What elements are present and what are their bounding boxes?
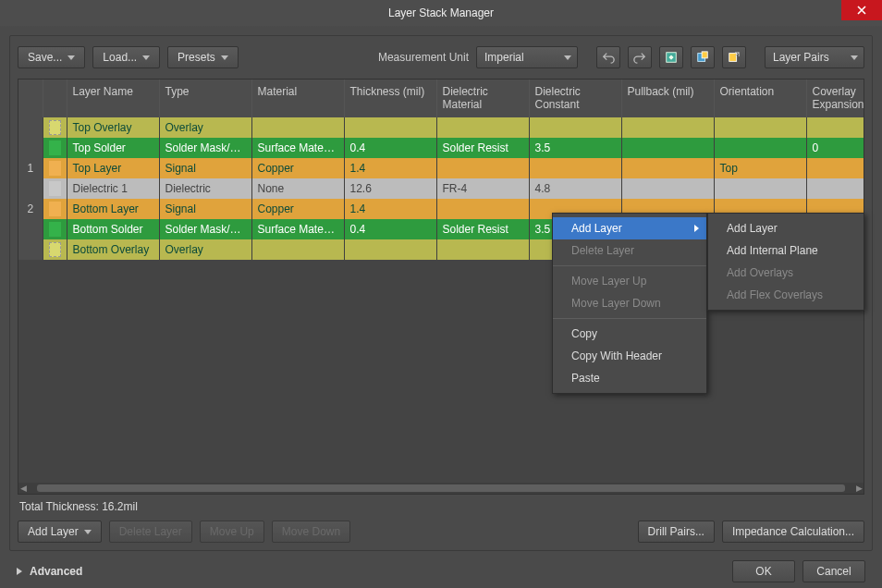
cell-thickness[interactable]: 0.4 [344,138,436,158]
scroll-left-icon[interactable]: ◀ [18,484,28,493]
cell-coverlay[interactable] [806,178,864,199]
cell-dielectric-material[interactable] [436,199,529,219]
drill-pairs-button[interactable]: Drill Pairs... [638,521,715,543]
cell-orientation[interactable] [714,117,806,138]
cell-dielectric-constant[interactable]: 3.5 [529,138,621,158]
col-layer-name[interactable]: Layer Name [67,80,159,117]
cell-layer-name[interactable]: Bottom Overlay [67,239,159,260]
redo-button[interactable] [628,46,652,68]
scroll-right-icon[interactable]: ▶ [854,484,864,493]
cell-type[interactable]: Solder Mask/Co... [159,138,251,158]
col-thickness[interactable]: Thickness (mil) [344,80,436,117]
cell-material[interactable]: Copper [251,158,344,178]
cell-coverlay[interactable] [806,117,864,138]
cell-dielectric-material[interactable]: FR-4 [436,178,529,199]
ctx-sub-add-plane[interactable]: Add Internal Plane [708,239,864,262]
cell-pullback[interactable] [621,158,714,178]
cell-material[interactable] [251,239,344,260]
cell-dielectric-constant[interactable] [529,117,621,138]
ctx-add-layer[interactable]: Add Layer [553,217,706,239]
cell-dielectric-constant[interactable] [529,158,621,178]
cell-dielectric-material[interactable] [436,239,529,260]
cell-dielectric-material[interactable]: Solder Resist [436,138,529,158]
undo-button[interactable] [596,46,620,68]
cell-coverlay[interactable] [806,158,864,178]
cell-layer-name[interactable]: Top Solder [67,138,159,158]
layer-mode-select[interactable]: Layer Pairs [765,46,864,68]
cell-material[interactable]: Surface Material [251,138,344,158]
presets-button[interactable]: Presets [167,46,239,68]
cell-thickness[interactable] [344,117,436,138]
cell-dielectric-material[interactable] [436,158,529,178]
cell-orientation[interactable]: Top [714,158,806,178]
table-row[interactable]: 1Top LayerSignalCopper1.4Top [18,158,864,178]
cell-type[interactable]: Overlay [159,117,251,138]
cell-material[interactable] [251,117,344,138]
cell-material[interactable]: None [251,178,344,199]
cell-material[interactable]: Surface Material [251,219,344,239]
tool-c-button[interactable] [722,46,746,68]
add-layer-button[interactable]: Add Layer [18,521,102,543]
cell-thickness[interactable]: 1.4 [344,158,436,178]
cell-pullback[interactable] [621,178,714,199]
cell-dielectric-material[interactable]: Solder Resist [436,219,529,239]
delete-layer-button[interactable]: Delete Layer [109,521,192,543]
load-button[interactable]: Load... [92,46,160,68]
tool-a-button[interactable] [659,46,683,68]
cell-dielectric-constant[interactable]: 4.8 [529,178,621,199]
save-button[interactable]: Save... [18,46,85,68]
move-down-button[interactable]: Move Down [272,521,350,543]
expand-arrow-icon[interactable] [17,568,22,575]
table-row[interactable]: Dielectric 1DielectricNone12.6FR-44.8 [18,178,864,199]
col-coverlay[interactable]: Coverlay Expansion [806,80,864,117]
impedance-button[interactable]: Impedance Calculation... [722,521,864,543]
ok-button[interactable]: OK [732,560,795,582]
cell-thickness[interactable]: 1.4 [344,199,436,219]
row-color-swatch [43,158,67,178]
col-dielectric-constant[interactable]: Dielectric Constant [529,80,621,117]
row-color-swatch [43,138,67,158]
cell-type[interactable]: Solder Mask/Co... [159,219,251,239]
cell-material[interactable]: Copper [251,199,344,219]
cell-orientation[interactable] [714,138,806,158]
ctx-copy[interactable]: Copy [553,323,706,345]
cell-type[interactable]: Dielectric [159,178,251,199]
cell-layer-name[interactable]: Top Layer [67,158,159,178]
row-color-swatch [43,219,67,239]
table-row[interactable]: Top SolderSolder Mask/Co...Surface Mater… [18,138,864,158]
col-pullback[interactable]: Pullback (mil) [621,80,714,117]
cell-thickness[interactable]: 12.6 [344,178,436,199]
ctx-paste[interactable]: Paste [553,367,706,389]
cell-layer-name[interactable]: Bottom Layer [67,199,159,219]
close-button[interactable] [841,0,882,20]
scroll-thumb[interactable] [37,484,845,492]
cell-thickness[interactable]: 0.4 [344,219,436,239]
col-dielectric-material[interactable]: Dielectric Material [436,80,529,117]
cell-dielectric-material[interactable] [436,117,529,138]
cell-pullback[interactable] [621,138,714,158]
horizontal-scrollbar[interactable]: ◀ ▶ [18,483,864,494]
cell-thickness[interactable] [344,239,436,260]
tool-b-button[interactable] [691,46,715,68]
cell-layer-name[interactable]: Bottom Solder [67,219,159,239]
col-orientation[interactable]: Orientation [714,80,806,117]
cell-type[interactable]: Signal [159,158,251,178]
move-up-button[interactable]: Move Up [200,521,264,543]
cancel-button[interactable]: Cancel [802,560,865,582]
context-menu-main: Add Layer Delete Layer Move Layer Up Mov… [552,213,707,394]
ctx-copy-header[interactable]: Copy With Header [553,345,706,367]
ctx-sub-add-layer[interactable]: Add Layer [708,217,864,239]
cell-type[interactable]: Overlay [159,239,251,260]
cell-layer-name[interactable]: Dielectric 1 [67,178,159,199]
cell-type[interactable]: Signal [159,199,251,219]
advanced-toggle[interactable]: Advanced [30,565,82,578]
measurement-unit-select[interactable]: Imperial [476,46,578,68]
cell-orientation[interactable] [714,178,806,199]
cell-layer-name[interactable]: Top Overlay [67,117,159,138]
table-row[interactable]: Top OverlayOverlay [18,117,864,138]
col-type[interactable]: Type [159,80,251,117]
col-material[interactable]: Material [251,80,344,117]
cell-coverlay[interactable]: 0 [806,138,864,158]
cell-pullback[interactable] [621,117,714,138]
row-color-swatch [43,117,67,138]
